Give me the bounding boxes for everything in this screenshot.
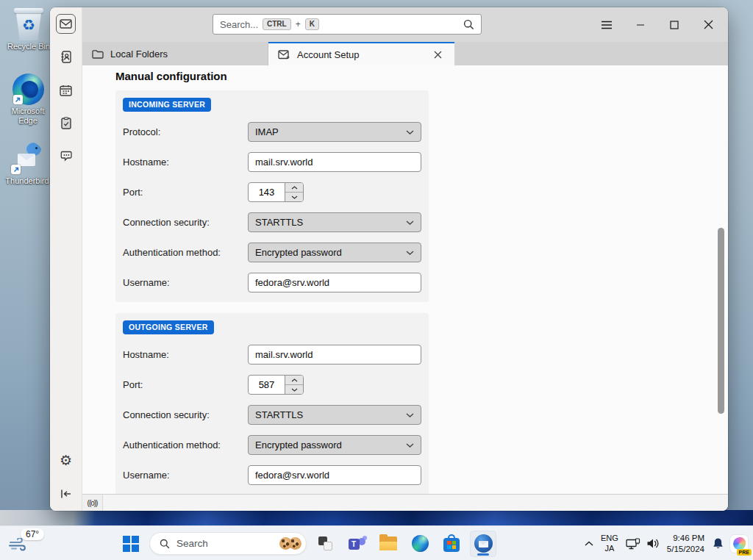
tab-label: Account Setup [297, 49, 360, 60]
thunderbird-envelope [18, 154, 35, 166]
address-book-icon [60, 51, 72, 63]
spinner-up-button[interactable] [285, 183, 303, 193]
outgoing-port-input[interactable] [249, 376, 285, 394]
chevron-down-icon [406, 220, 414, 225]
close-button[interactable] [691, 7, 725, 42]
edge-button[interactable] [407, 531, 433, 557]
shortcut-arrow-icon [11, 165, 21, 174]
address-book-space-button[interactable] [56, 47, 76, 67]
global-search-box[interactable]: Search... CTRL + K [213, 14, 482, 35]
incoming-port-row: Port: [123, 182, 421, 202]
desktop: ♻ Recycle Bin Microsoft Edge Thunderbird [0, 0, 753, 560]
weather-widget[interactable]: 67° [3, 526, 56, 560]
language-line1: ENG [601, 534, 618, 543]
desktop-icon-label: Recycle Bin [4, 42, 53, 51]
clock-tray-button[interactable]: 9:46 PM 5/15/2024 [665, 529, 706, 559]
tab-account-setup[interactable]: Account Setup [268, 42, 454, 65]
notification-bell-button[interactable] [712, 529, 724, 559]
microsoft-store-button[interactable] [438, 531, 465, 557]
chevron-down-icon [406, 413, 414, 417]
desktop-icon-label: Microsoft Edge [4, 107, 52, 125]
outgoing-security-select[interactable]: STARTTLS [248, 405, 421, 425]
incoming-server-badge: INCOMING SERVER [123, 98, 211, 112]
chat-icon [60, 151, 73, 162]
tray-date: 5/15/2024 [667, 544, 704, 555]
file-explorer-button[interactable] [375, 531, 402, 557]
network-status-icon[interactable]: ((o)) [82, 495, 103, 511]
volume-tray-button[interactable] [646, 529, 660, 559]
account-setup-content: Manual configuration INCOMING SERVER Pro… [82, 65, 728, 494]
desktop-icon-recycle-bin[interactable]: ♻ Recycle Bin [4, 7, 53, 51]
desktop-icon-label: Thunderbird [3, 176, 51, 186]
maximize-icon [670, 21, 679, 29]
task-view-button[interactable] [312, 531, 338, 557]
vertical-scrollbar-thumb[interactable] [718, 228, 724, 414]
incoming-port-input[interactable] [249, 183, 285, 201]
spinner-up-button[interactable] [285, 376, 303, 385]
desktop-icon-thunderbird[interactable]: Thunderbird [3, 141, 51, 186]
wallpaper-bloom [0, 510, 753, 525]
close-icon [704, 20, 713, 29]
recycle-bin-lid [14, 8, 43, 13]
protocol-value: IMAP [255, 126, 279, 137]
spinner-down-button[interactable] [285, 385, 303, 394]
incoming-hostname-input[interactable] [248, 152, 421, 172]
file-explorer-icon [379, 536, 397, 550]
teams-icon: T [349, 536, 365, 552]
task-view-icon [318, 536, 332, 550]
incoming-security-row: Connection security: STARTTLS [123, 212, 421, 232]
outgoing-auth-row: Authentication method: Encrypted passwor… [123, 435, 421, 455]
outgoing-hostname-input[interactable] [248, 345, 421, 365]
settings-space-button[interactable]: ⚙ [56, 450, 76, 470]
microsoft-store-icon [443, 538, 460, 552]
start-button[interactable] [118, 531, 144, 557]
kbd-k: K [305, 18, 319, 30]
copilot-button[interactable]: PRE [730, 529, 748, 559]
calendar-space-button[interactable] [56, 80, 76, 100]
tab-close-button[interactable] [430, 47, 445, 62]
incoming-security-select[interactable]: STARTTLS [248, 212, 421, 232]
thunderbird-icon [474, 534, 493, 553]
thunderbird-taskbar-button[interactable] [470, 531, 496, 557]
outgoing-security-row: Connection security: STARTTLS [123, 405, 421, 425]
auth-value: Encrypted password [255, 439, 342, 450]
maximize-button[interactable] [657, 7, 691, 42]
language-indicator[interactable]: ENG JA [599, 529, 620, 559]
incoming-auth-row: Authentication method: Encrypted passwor… [123, 243, 421, 262]
recycle-glyph: ♻ [22, 16, 35, 34]
spaces-toolbar: ⚙ [50, 7, 82, 511]
chat-space-button[interactable] [56, 146, 76, 166]
desktop-icon-microsoft-edge[interactable]: Microsoft Edge [4, 73, 52, 125]
taskbar-search-box[interactable]: Search [149, 532, 307, 555]
calendar-icon [60, 85, 72, 96]
tab-local-folders[interactable]: Local Folders [82, 42, 268, 65]
folder-icon [92, 49, 104, 59]
notification-bell-icon [712, 537, 724, 550]
minimize-icon [636, 21, 645, 29]
incoming-username-input[interactable] [248, 273, 421, 292]
protocol-select[interactable]: IMAP [248, 122, 421, 142]
system-tray: ENG JA 9:46 PM 5/15/2024 [585, 526, 748, 560]
incoming-auth-select[interactable]: Encrypted password [248, 243, 421, 262]
account-setup-icon [278, 50, 290, 60]
username-label: Username: [123, 277, 248, 288]
page-title: Manual configuration [115, 70, 728, 82]
teams-button[interactable]: T [343, 531, 370, 557]
collapse-spaces-button[interactable] [56, 484, 76, 503]
tray-overflow-button[interactable] [585, 529, 593, 559]
mail-space-button[interactable] [56, 14, 76, 34]
minimize-button[interactable] [624, 7, 657, 42]
auth-value: Encrypted password [255, 247, 342, 258]
outgoing-username-input[interactable] [248, 465, 421, 485]
active-app-indicator [477, 553, 489, 556]
network-icon [626, 538, 640, 550]
outgoing-server-panel: OUTGOING SERVER Hostname: Port: [115, 313, 429, 494]
spinner-down-button[interactable] [285, 193, 303, 201]
tasks-space-button[interactable] [56, 113, 76, 133]
outgoing-auth-select[interactable]: Encrypted password [248, 435, 421, 455]
thunderbird-eye [35, 147, 38, 149]
app-menu-button[interactable] [590, 7, 624, 42]
network-tray-button[interactable] [626, 529, 640, 559]
window-main: Search... CTRL + K [82, 7, 728, 511]
security-label: Connection security: [123, 409, 248, 420]
